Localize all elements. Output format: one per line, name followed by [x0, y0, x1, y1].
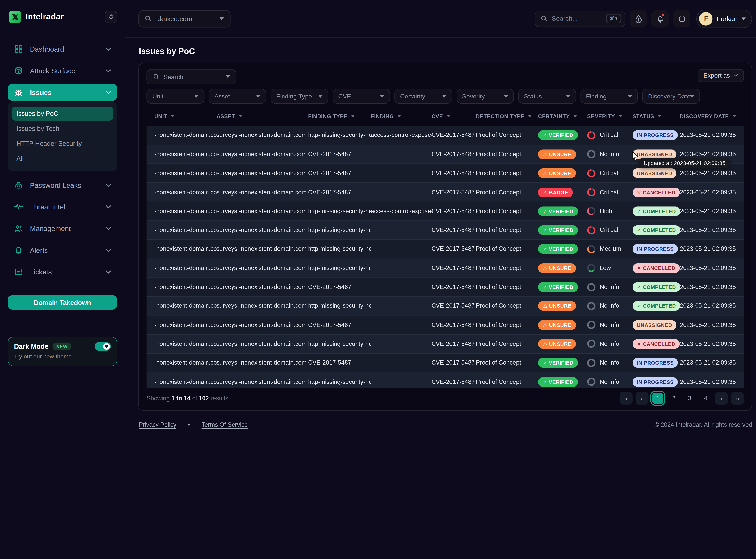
filter-asset[interactable]: Asset	[208, 89, 266, 104]
cell-status: ✓ COMPLETED	[633, 301, 680, 311]
table-row[interactable]: -nonexistent-domain.comsurveys.-nonexist…	[146, 220, 744, 239]
cell-finding: access-control-expose-hea	[371, 132, 432, 138]
certainty-badge: ⚠ UNSURE	[538, 301, 576, 311]
filter-cve[interactable]: CVE	[333, 89, 390, 104]
filter-severity[interactable]: Severity	[456, 89, 514, 104]
column-header-detection-type[interactable]: DETECTION TYPE	[476, 113, 538, 119]
chevron-down-icon	[106, 270, 111, 274]
cell-asset: surveys.-nonexistent-domain.com	[216, 151, 308, 158]
column-header-asset[interactable]: ASSET	[216, 113, 308, 119]
table-row[interactable]: -nonexistent-domain.comsurveys.-nonexist…	[146, 353, 744, 372]
filter-status[interactable]: Status	[518, 89, 576, 104]
domain-select[interactable]: akakce.com	[138, 10, 231, 27]
filter-finding-type[interactable]: Finding Type	[271, 89, 328, 104]
sidebar-item-http-header-security[interactable]: HTTP Header Security	[12, 136, 113, 151]
cell-discovery-date: 2023-05-21 02:09:35	[680, 227, 736, 233]
chevron-down-icon	[106, 183, 111, 187]
filter-finding[interactable]: Finding	[580, 89, 638, 104]
severity-ring-icon	[587, 207, 596, 215]
sidebar-item-all[interactable]: All	[12, 152, 113, 165]
column-header-unit[interactable]: UNIT	[154, 113, 216, 119]
column-header-severity[interactable]: SEVERITY	[587, 113, 633, 119]
cell-detection-type: Proof of Concept	[476, 151, 538, 158]
pagination: « ‹ 1 2 3 4 › »	[620, 392, 744, 405]
column-header-finding[interactable]: FINDING	[371, 113, 432, 119]
terms-of-service-link[interactable]: Terms Of Service	[202, 422, 248, 428]
filter-certainty[interactable]: Certainty	[394, 89, 452, 104]
next-page-button[interactable]: ›	[715, 392, 728, 405]
page-button-1[interactable]: 1	[651, 392, 664, 405]
filter-unit[interactable]: Unit	[146, 89, 204, 104]
export-as-button[interactable]: Export as	[698, 69, 744, 82]
status-badge: ✕ CANCELLED	[633, 263, 680, 273]
page-button-4[interactable]: 4	[699, 392, 712, 405]
column-header-status[interactable]: STATUS	[633, 113, 680, 119]
table-row[interactable]: -nonexistent-domain.comsurveys.-nonexist…	[146, 277, 744, 296]
sidebar-collapse-button[interactable]	[105, 10, 117, 23]
warnings-button[interactable]	[630, 10, 647, 27]
page-button-3[interactable]: 3	[683, 392, 696, 405]
cell-finding-type: CVE-2017-5487	[308, 189, 371, 196]
logo-row: Intelradar	[0, 0, 125, 30]
privacy-policy-link[interactable]: Privacy Policy	[139, 422, 177, 428]
filter-discovery-date[interactable]: Discovery Date	[642, 89, 700, 104]
user-menu[interactable]: F Furkan	[696, 9, 752, 28]
table-row[interactable]: -nonexistent-domain.comsurveys.-nonexist…	[146, 201, 744, 220]
dark-mode-toggle[interactable]	[94, 342, 111, 351]
sidebar-item-attack-surface[interactable]: Attack Surface	[8, 62, 117, 79]
first-page-button[interactable]: «	[620, 392, 633, 405]
sidebar-item-issues-by-poc[interactable]: Issues by PoC	[12, 107, 113, 120]
toggle-knob	[103, 343, 110, 350]
bug-icon	[14, 88, 23, 97]
table-row[interactable]: -nonexistent-domain.comsurveys.-nonexist…	[146, 183, 744, 201]
sidebar-item-dashboard[interactable]: Dashboard	[8, 41, 117, 58]
prev-page-button[interactable]: ‹	[636, 392, 648, 405]
column-header-discovery-date[interactable]: DISCOVERY DATE	[680, 113, 736, 119]
column-header-certainty[interactable]: CERTAINTY	[538, 113, 587, 119]
notifications-button[interactable]	[651, 10, 669, 27]
cell-finding-type: http-missing-security-head	[308, 132, 371, 138]
table-row[interactable]: -nonexistent-domain.comsurveys.-nonexist…	[146, 239, 744, 258]
sidebar-item-issues[interactable]: Issues	[8, 84, 117, 101]
cell-asset: surveys.-nonexistent-domain.com	[216, 303, 308, 310]
cell-certainty: ⚠ UNSURE	[538, 169, 587, 178]
page-button-2[interactable]: 2	[667, 392, 680, 405]
table-row[interactable]: -nonexistent-domain.comsurveys.-nonexist…	[146, 334, 744, 353]
cell-unit: -nonexistent-domain.com	[154, 378, 216, 385]
table-search-select[interactable]: Search	[146, 69, 236, 84]
global-search-input[interactable]: Search... ⌘1	[535, 10, 625, 27]
sidebar-item-management[interactable]: Management	[8, 220, 117, 237]
table-row[interactable]: -nonexistent-domain.comsurveys.-nonexist…	[146, 126, 744, 144]
caret-down-icon	[690, 95, 694, 98]
column-header-cve[interactable]: CVE	[432, 113, 476, 119]
logout-button[interactable]	[673, 10, 691, 27]
sidebar-item-threat-intel[interactable]: Threat Intel	[8, 198, 117, 215]
certainty-badge: ✓ VERIFIED	[538, 358, 578, 368]
sidebar-item-alerts[interactable]: Alerts	[8, 242, 117, 259]
cell-unit: -nonexistent-domain.com	[154, 227, 216, 233]
sidebar-item-tickets[interactable]: Tickets	[8, 263, 117, 280]
table-row[interactable]: -nonexistent-domain.comsurveys.-nonexist…	[146, 315, 744, 334]
last-page-button[interactable]: »	[731, 392, 744, 405]
cell-cve: CVE-2017-5487	[432, 378, 476, 385]
cell-asset: surveys.-nonexistent-domain.com	[216, 265, 308, 272]
column-header-finding-type[interactable]: FINDING TYPE	[308, 113, 371, 119]
sidebar-item-issues-by-tech[interactable]: Issues by Tech	[12, 121, 113, 135]
domain-takedown-button[interactable]: Domain Takedown	[8, 295, 117, 310]
cell-cve: CVE-2017-5487	[432, 340, 476, 347]
chevron-down-icon	[106, 69, 111, 73]
cell-finding: access-control-expose-hea	[371, 208, 432, 215]
cell-finding-type: CVE-2017-5487	[308, 170, 371, 177]
certainty-badge: ⚠ UNSURE	[538, 320, 576, 330]
table-row[interactable]: -nonexistent-domain.comsurveys.-nonexist…	[146, 296, 744, 315]
cell-asset: surveys.-nonexistent-domain.com	[216, 359, 308, 366]
table-row[interactable]: -nonexistent-domain.comsurveys.-nonexist…	[146, 372, 744, 388]
sidebar-item-password-leaks[interactable]: Password Leaks	[8, 177, 117, 194]
cell-asset: surveys.-nonexistent-domain.com	[216, 340, 308, 348]
table-row[interactable]: -nonexistent-domain.comsurveys.-nonexist…	[146, 259, 744, 277]
cell-certainty: ✓ VERIFIED	[538, 358, 587, 368]
severity-ring-icon	[587, 321, 596, 329]
cell-detection-type: Proof of Concept	[476, 359, 538, 366]
cell-unit: -nonexistent-domain.com	[154, 303, 216, 309]
cell-discovery-date: 2023-05-21 02:09:35	[680, 208, 736, 215]
